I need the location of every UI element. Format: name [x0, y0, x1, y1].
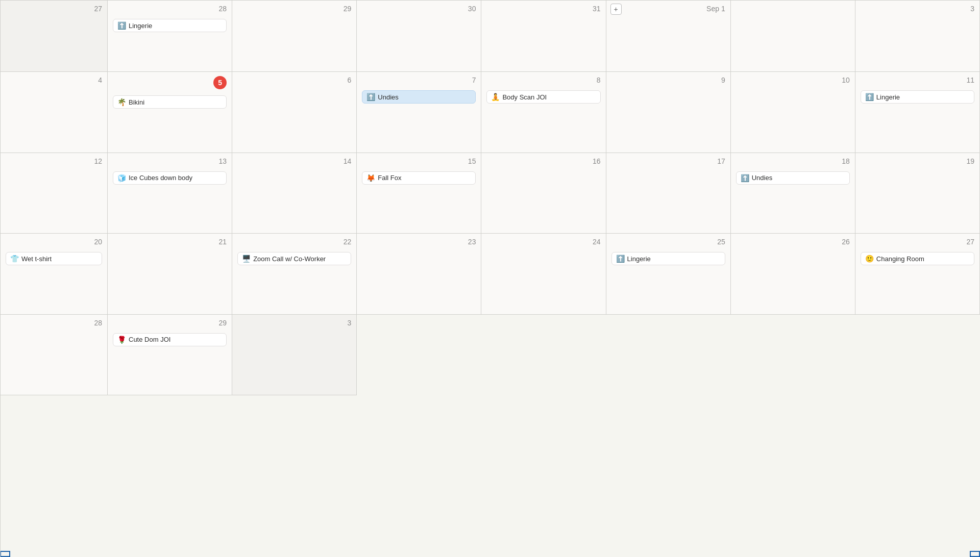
today-date-number: 5	[213, 76, 227, 89]
event-label: Lingerie	[129, 22, 152, 30]
event-emoji-icon: 🙂	[865, 255, 874, 263]
day-cell[interactable]: 18⬆️Undies	[731, 153, 855, 234]
date-number: 4	[98, 76, 102, 84]
day-cell[interactable]: 16	[481, 153, 606, 234]
day-cell[interactable]: 17	[606, 153, 731, 234]
day-cell[interactable]: 3	[855, 1, 980, 72]
day-cell[interactable]: 25⬆️Lingerie	[606, 234, 731, 315]
date-number: 9	[721, 76, 725, 84]
date-number: 10	[842, 76, 850, 84]
date-number: 3	[347, 319, 351, 327]
event-emoji-icon: ⬆️	[741, 174, 749, 182]
date-number: 26	[842, 238, 850, 246]
date-number: 6	[347, 76, 351, 84]
event-label: Wet t-shirt	[21, 255, 52, 263]
event-label: Zoom Call w/ Co-Worker	[253, 255, 326, 263]
date-number: 28	[219, 5, 227, 13]
day-cell[interactable]: 12	[1, 153, 108, 234]
day-cell[interactable]: 8🧘Body Scan JOI	[481, 72, 606, 153]
calendar-event[interactable]: 👕Wet t-shirt	[6, 252, 102, 265]
day-cell[interactable]: 5🌴Bikini	[108, 72, 232, 153]
calendar-event[interactable]: ⬆️Undies	[736, 171, 850, 185]
event-label: Undies	[752, 174, 772, 182]
day-cell[interactable]: 10	[731, 72, 855, 153]
calendar-event[interactable]: ⬆️Undies	[362, 90, 476, 104]
date-number: 7	[472, 76, 476, 84]
day-cell[interactable]: 9	[606, 72, 731, 153]
day-cell[interactable]: 29	[232, 1, 357, 72]
date-number: 19	[966, 157, 974, 165]
event-emoji-icon: 🧘	[491, 93, 500, 101]
date-number: 29	[219, 319, 227, 327]
date-number: 27	[94, 5, 102, 13]
date-number: 27	[966, 238, 974, 246]
calendar-grid: 2728⬆️Lingerie293031+Sep 1345🌴Bikini67⬆️…	[0, 0, 980, 557]
day-cell[interactable]: 27	[1, 1, 108, 72]
calendar-event[interactable]: ⬆️Lingerie	[611, 252, 725, 265]
event-emoji-icon: 🦊	[366, 174, 375, 182]
day-cell[interactable]: 3	[232, 315, 357, 396]
calendar-event[interactable]: 🙂Changing Room	[861, 252, 974, 265]
date-number: 13	[219, 157, 227, 165]
day-cell[interactable]: 14	[232, 153, 357, 234]
day-cell[interactable]: 27🙂Changing Room	[855, 234, 980, 315]
event-label: Cute Dom JOI	[129, 336, 170, 343]
day-cell[interactable]: 28	[1, 315, 108, 396]
day-cell[interactable]: 22🖥️Zoom Call w/ Co-Worker	[232, 234, 357, 315]
date-number: 15	[468, 157, 476, 165]
day-cell[interactable]: 31	[481, 1, 606, 72]
day-cell[interactable]: 19	[855, 153, 980, 234]
event-label: Lingerie	[876, 93, 900, 101]
add-event-button[interactable]: +	[610, 4, 622, 15]
date-number: 17	[717, 157, 725, 165]
date-number: 14	[344, 157, 352, 165]
day-cell[interactable]: 24	[481, 234, 606, 315]
day-cell[interactable]	[731, 1, 855, 72]
day-cell[interactable]: 13🧊Ice Cubes down body	[108, 153, 232, 234]
calendar-event[interactable]: 🌴Bikini	[113, 95, 227, 109]
date-number: 16	[593, 157, 601, 165]
event-emoji-icon: ⬆️	[117, 21, 126, 30]
day-cell[interactable]: 30	[357, 1, 481, 72]
event-label: Bikini	[129, 98, 144, 106]
date-number: 23	[468, 238, 476, 246]
event-emoji-icon: ⬆️	[366, 93, 375, 101]
calendar-event[interactable]: 🧊Ice Cubes down body	[113, 171, 227, 185]
calendar-event[interactable]: 🖥️Zoom Call w/ Co-Worker	[237, 252, 351, 265]
day-cell[interactable]: 7⬆️Undies	[357, 72, 481, 153]
event-label: Ice Cubes down body	[129, 174, 192, 182]
event-label: Lingerie	[627, 255, 651, 263]
date-number: 30	[468, 5, 476, 13]
event-emoji-icon: ⬆️	[865, 93, 874, 101]
calendar-event[interactable]: 🦊Fall Fox	[362, 171, 476, 185]
date-number: Sep 1	[706, 5, 725, 13]
day-cell[interactable]: 11⬆️Lingerie	[855, 72, 980, 153]
event-emoji-icon: 🌹	[117, 336, 126, 344]
day-cell[interactable]: 21	[108, 234, 232, 315]
calendar-event[interactable]: ⬆️Lingerie	[113, 19, 227, 32]
calendar-event[interactable]: 🌹Cute Dom JOI	[113, 333, 227, 346]
day-cell[interactable]: 28⬆️Lingerie	[108, 1, 232, 72]
event-emoji-icon: 🌴	[117, 98, 126, 106]
day-cell[interactable]: 20👕Wet t-shirt	[1, 234, 108, 315]
date-number: 24	[593, 238, 601, 246]
date-number: 31	[593, 5, 601, 13]
day-cell[interactable]: 23	[357, 234, 481, 315]
day-cell[interactable]: 15🦊Fall Fox	[357, 153, 481, 234]
calendar-event[interactable]: ⬆️Lingerie	[861, 90, 974, 104]
event-emoji-icon: ⬆️	[616, 255, 625, 263]
event-label: Changing Room	[876, 255, 924, 263]
day-cell[interactable]: 29🌹Cute Dom JOI	[108, 315, 232, 396]
day-cell[interactable]: +Sep 1	[606, 1, 731, 72]
date-number: 25	[717, 238, 725, 246]
event-label: Undies	[378, 93, 398, 101]
calendar-event[interactable]: 🧘Body Scan JOI	[486, 90, 600, 104]
day-cell[interactable]: 26	[731, 234, 855, 315]
day-cell[interactable]: 4	[1, 72, 108, 153]
date-number: 8	[597, 76, 601, 84]
event-emoji-icon: 🧊	[117, 174, 126, 182]
day-cell[interactable]: 6	[232, 72, 357, 153]
date-number: 3	[970, 5, 974, 13]
date-number: 29	[344, 5, 352, 13]
date-number: 22	[344, 238, 352, 246]
